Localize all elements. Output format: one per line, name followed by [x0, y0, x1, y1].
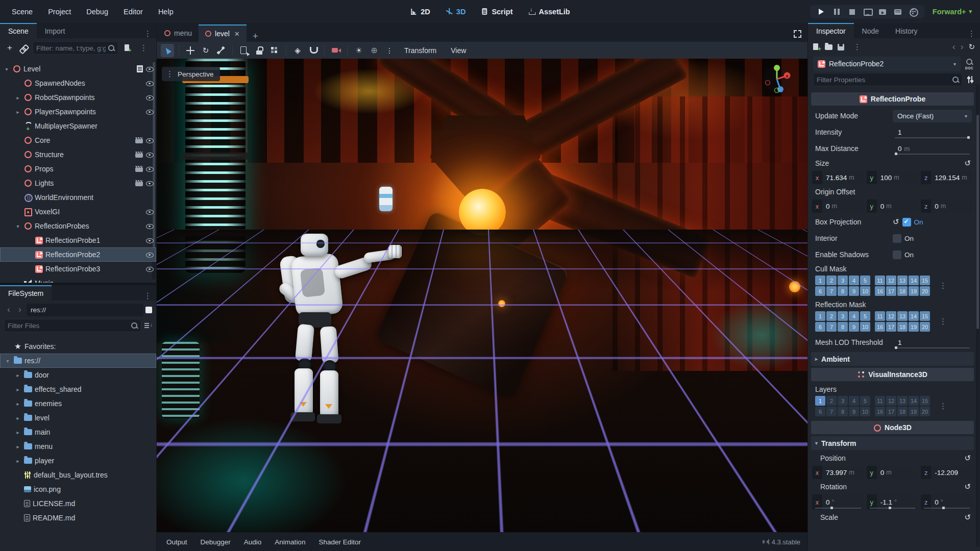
rotation-x-field[interactable]: x0°	[812, 494, 864, 510]
layer-cell-6[interactable]: 6	[815, 407, 825, 416]
visibility-eye-icon[interactable]	[145, 208, 154, 216]
mesh-lod-field[interactable]: 1	[893, 336, 972, 349]
more-options-icon[interactable]: ⋮	[935, 317, 951, 326]
layer-cell-3[interactable]: 3	[838, 311, 848, 321]
scene-tree-node-worldenvironment[interactable]: WorldEnvironment	[0, 190, 156, 205]
tab-import[interactable]: Import	[37, 24, 74, 38]
visibility-eye-icon[interactable]	[145, 93, 154, 102]
filesystem-item-door[interactable]: ▸door	[0, 368, 156, 382]
switch-script[interactable]: Script	[476, 6, 518, 18]
scene-tree-node-spawnednodes[interactable]: SpawnedNodes	[0, 76, 156, 90]
layer-cell-17[interactable]: 17	[886, 407, 896, 416]
layer-cell-9[interactable]: 9	[849, 407, 859, 416]
scene-tree-node-multiplayerspawner[interactable]: MultiplayerSpawner	[0, 119, 156, 133]
layer-cell-1[interactable]: 1	[815, 276, 825, 285]
layer-cell-17[interactable]: 17	[886, 286, 896, 296]
instance-icon[interactable]	[135, 166, 143, 172]
visibility-eye-icon[interactable]	[145, 236, 154, 244]
scene-tree-node-reflectionprobe3[interactable]: ReflectionProbe3	[0, 262, 156, 276]
expand-viewport-icon[interactable]	[794, 30, 801, 38]
play-icon[interactable]	[817, 8, 825, 15]
layer-cell-20[interactable]: 20	[920, 322, 930, 332]
mute-icon[interactable]	[763, 539, 770, 545]
max-distance-field[interactable]: 0 m	[893, 142, 972, 156]
revert-icon[interactable]: ↺	[964, 159, 971, 168]
save-resource-icon[interactable]	[838, 44, 844, 51]
viewport-3d[interactable]: ⋮ Perspective X	[157, 59, 807, 532]
more-options-icon[interactable]: ⋮	[964, 29, 980, 38]
scene-tree-node-reflectionprobe1[interactable]: ReflectionProbe1	[0, 233, 156, 247]
section-visualinstance3d[interactable]: VisualInstance3D	[811, 368, 974, 381]
filesystem-item-icon-png[interactable]: icon.png	[0, 482, 156, 496]
layer-cell-2[interactable]: 2	[826, 396, 837, 406]
stop-icon[interactable]	[848, 8, 856, 15]
category-transform[interactable]: ▾ Transform	[811, 436, 974, 450]
scene-filter[interactable]	[33, 41, 118, 55]
layer-cell-13[interactable]: 13	[897, 396, 908, 406]
more-options-icon[interactable]: ⋮	[935, 402, 951, 411]
layer-cell-8[interactable]: 8	[838, 286, 848, 296]
layer-cell-4[interactable]: 4	[849, 276, 859, 285]
expand-arrow-icon[interactable]: ▸	[14, 415, 21, 421]
slider-handle[interactable]	[895, 346, 897, 349]
new-resource-icon[interactable]	[813, 43, 820, 51]
collapse-arrow-icon[interactable]: ▾	[3, 66, 10, 72]
environment-icon[interactable]: ⊕	[368, 44, 381, 57]
switch-2d[interactable]: 2D	[405, 6, 435, 18]
layer-cell-16[interactable]: 16	[875, 286, 885, 296]
box-projection-checkbox[interactable]	[902, 218, 911, 227]
collapse-arrow-icon[interactable]: ▾	[14, 223, 21, 229]
visibility-eye-icon[interactable]	[145, 79, 154, 87]
layer-cell-18[interactable]: 18	[897, 407, 908, 416]
layer-cell-10[interactable]: 10	[860, 322, 870, 332]
camera-preview-icon[interactable]	[329, 44, 342, 57]
sort-icon[interactable]	[144, 322, 152, 329]
layer-cell-11[interactable]: 11	[875, 276, 885, 285]
origin-z-field[interactable]: z0m	[921, 199, 973, 213]
filesystem-item-enemies[interactable]: ▸enemies	[0, 396, 156, 411]
tab-shader-editor[interactable]: Shader Editor	[313, 536, 366, 548]
close-icon[interactable]: ✕	[234, 30, 240, 38]
revert-icon[interactable]: ↺	[964, 454, 971, 463]
layer-cell-14[interactable]: 14	[909, 276, 919, 285]
inspector-scrollbar[interactable]	[976, 84, 979, 547]
scene-tree-node-level[interactable]: ▾Level	[0, 62, 156, 76]
layer-cell-2[interactable]: 2	[826, 276, 837, 285]
movie-maker-icon[interactable]	[909, 8, 917, 15]
visibility-eye-icon[interactable]	[145, 151, 154, 159]
scale-tool-icon[interactable]	[214, 44, 228, 57]
layer-cell-16[interactable]: 16	[875, 322, 885, 332]
layer-cell-14[interactable]: 14	[909, 311, 919, 321]
scene-filter-input[interactable]	[36, 44, 106, 52]
position-y-field[interactable]: y0m	[867, 466, 919, 479]
layer-cell-4[interactable]: 4	[849, 311, 859, 321]
collapse-arrow-icon[interactable]: ▾	[4, 358, 11, 364]
visibility-eye-icon[interactable]	[145, 108, 154, 116]
pause-icon[interactable]	[832, 8, 841, 15]
expand-arrow-icon[interactable]: ▸	[14, 430, 21, 435]
layer-cell-16[interactable]: 16	[875, 407, 885, 416]
layer-cell-5[interactable]: 5	[860, 311, 870, 321]
layer-cell-4[interactable]: 4	[849, 396, 859, 406]
perspective-menu[interactable]: ⋮ Perspective	[162, 67, 220, 81]
more-options-icon[interactable]: ⋮	[140, 29, 156, 38]
position-x-field[interactable]: x73.997m	[812, 466, 864, 479]
sun-icon[interactable]: ☀	[352, 44, 365, 57]
layer-cell-19[interactable]: 19	[909, 407, 919, 416]
category-ambient[interactable]: ▸ Ambient	[811, 352, 974, 366]
node-selector[interactable]: ReflectionProbe2 ▾	[813, 57, 961, 71]
scene-tree-node-robotspawnpoints[interactable]: ▸RobotSpawnpoints	[0, 90, 156, 105]
remote-debug-icon[interactable]	[863, 8, 871, 15]
switch-3d[interactable]: 3D	[440, 6, 471, 18]
select-tool-icon[interactable]	[161, 44, 174, 57]
layer-cell-7[interactable]: 7	[826, 286, 837, 296]
filesystem-item-license-md[interactable]: LICENSE.md	[0, 496, 156, 511]
rotation-y-field[interactable]: y-1.1°	[867, 494, 919, 510]
script-icon[interactable]	[137, 65, 143, 72]
scene-tree-node-reflectionprobes[interactable]: ▾ReflectionProbes	[0, 219, 156, 233]
layer-cell-15[interactable]: 15	[920, 311, 930, 321]
tab-debugger[interactable]: Debugger	[195, 536, 236, 548]
layer-cell-9[interactable]: 9	[849, 322, 859, 332]
more-options-icon[interactable]: ⋮	[140, 291, 156, 300]
filesystem-item-res-[interactable]: ▾res://	[0, 354, 156, 368]
